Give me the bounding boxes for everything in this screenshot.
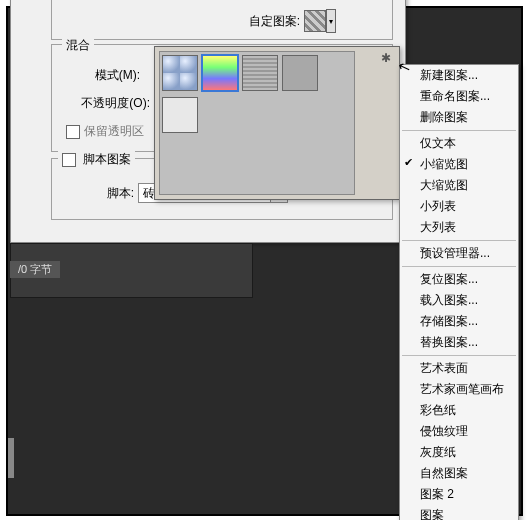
menu-preset-pattern2[interactable]: 图案 2 bbox=[400, 484, 518, 505]
pattern-dropdown-arrow[interactable]: ▾ bbox=[326, 9, 336, 33]
menu-large-thumb[interactable]: 大缩览图 bbox=[400, 175, 518, 196]
menu-large-list[interactable]: 大列表 bbox=[400, 217, 518, 238]
pattern-thumb[interactable] bbox=[242, 55, 278, 91]
menu-separator bbox=[402, 240, 516, 241]
menu-separator bbox=[402, 355, 516, 356]
menu-preset-colorpaper[interactable]: 彩色纸 bbox=[400, 400, 518, 421]
gear-icon[interactable]: ✱ bbox=[379, 51, 393, 65]
menu-preset-nature[interactable]: 自然图案 bbox=[400, 463, 518, 484]
menu-preset-artsurface[interactable]: 艺术表面 bbox=[400, 358, 518, 379]
script-label: 脚本: bbox=[92, 185, 138, 202]
opacity-label: 不透明度(O): bbox=[52, 95, 154, 112]
menu-text-only[interactable]: 仅文本 bbox=[400, 133, 518, 154]
menu-preset-artistbrush[interactable]: 艺术家画笔画布 bbox=[400, 379, 518, 400]
left-gutter bbox=[8, 438, 14, 478]
menu-preset-manager[interactable]: 预设管理器... bbox=[400, 243, 518, 264]
pattern-flyout-menu: 新建图案... 重命名图案... 删除图案 仅文本 小缩览图 大缩览图 小列表 … bbox=[399, 64, 519, 520]
menu-reset-patterns[interactable]: 复位图案... bbox=[400, 269, 518, 290]
script-legend: 脚本图案 bbox=[58, 151, 135, 168]
pattern-swatch[interactable] bbox=[304, 10, 326, 32]
menu-small-list[interactable]: 小列表 bbox=[400, 196, 518, 217]
menu-rename-pattern[interactable]: 重命名图案... bbox=[400, 86, 518, 107]
pattern-thumb[interactable] bbox=[282, 55, 318, 91]
status-bytes: /0 字节 bbox=[10, 261, 60, 278]
script-pattern-checkbox[interactable] bbox=[62, 153, 76, 167]
pattern-thumb[interactable] bbox=[162, 97, 198, 133]
menu-save-patterns[interactable]: 存储图案... bbox=[400, 311, 518, 332]
menu-new-pattern[interactable]: 新建图案... bbox=[400, 65, 518, 86]
menu-small-thumb[interactable]: 小缩览图 bbox=[400, 154, 518, 175]
pattern-thumb[interactable] bbox=[162, 55, 198, 91]
pattern-picker-flyout: ✱ bbox=[154, 46, 400, 200]
menu-delete-pattern[interactable]: 删除图案 bbox=[400, 107, 518, 128]
menu-replace-patterns[interactable]: 替换图案... bbox=[400, 332, 518, 353]
menu-preset-pattern[interactable]: 图案 bbox=[400, 505, 518, 520]
pattern-fieldset: 自定图案: ▾ bbox=[51, 0, 393, 40]
preserve-transparency-label: 保留透明区 bbox=[84, 123, 144, 140]
menu-separator bbox=[402, 266, 516, 267]
mode-label: 模式(M): bbox=[70, 67, 144, 84]
blend-legend: 混合 bbox=[62, 37, 94, 54]
pattern-thumb-grid[interactable] bbox=[159, 51, 355, 195]
pattern-thumb[interactable] bbox=[202, 55, 238, 91]
menu-load-patterns[interactable]: 载入图案... bbox=[400, 290, 518, 311]
app-frame: 自定图案: ▾ 混合 模式(M): 不透明度(O): 保留透明区 脚本图案 bbox=[6, 6, 523, 516]
preserve-transparency-checkbox[interactable] bbox=[66, 125, 80, 139]
menu-separator bbox=[402, 130, 516, 131]
menu-preset-erode[interactable]: 侵蚀纹理 bbox=[400, 421, 518, 442]
menu-preset-graypaper[interactable]: 灰度纸 bbox=[400, 442, 518, 463]
custom-pattern-label: 自定图案: bbox=[249, 13, 304, 30]
script-pattern-label: 脚本图案 bbox=[83, 152, 131, 166]
